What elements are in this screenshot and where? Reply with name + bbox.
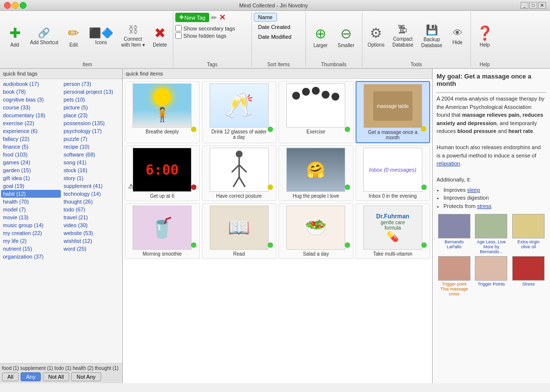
filter-all-button[interactable]: All xyxy=(2,372,19,381)
item-card[interactable]: Dr.Fuhrmangentle careformula💊Take multi-… xyxy=(356,203,431,259)
tag-item[interactable]: health (70) xyxy=(1,198,61,206)
tag-item[interactable]: person (73) xyxy=(62,80,122,88)
compact-db-button[interactable]: 🗜 CompactDatabase xyxy=(389,22,417,51)
tag-item[interactable]: gift idea (1) xyxy=(1,174,61,182)
new-tag-button[interactable]: ✚ New Tag xyxy=(175,13,210,22)
tag-item[interactable]: course (33) xyxy=(1,104,61,111)
tag-item[interactable]: puzzle (7) xyxy=(62,135,122,143)
show-secondary-checkbox-row[interactable]: Show secondary tags xyxy=(175,25,235,31)
tag-item[interactable]: nutrient (15) xyxy=(1,245,61,253)
tag-item[interactable]: games (24) xyxy=(1,158,61,166)
tag-item[interactable]: psychology (17) xyxy=(62,127,122,135)
tag-item[interactable]: organization (37) xyxy=(1,253,121,261)
tag-item[interactable]: goal (19) xyxy=(1,182,61,190)
tag-item[interactable]: pets (10) xyxy=(62,96,122,104)
related-item[interactable]: Age Less, Live More by Bernando... xyxy=(474,214,509,254)
tag-item[interactable]: book (78) xyxy=(1,88,61,96)
sort-name-button[interactable]: Name xyxy=(254,13,277,22)
tag-item[interactable]: food (103) xyxy=(1,151,61,158)
tag-item[interactable]: garden (15) xyxy=(1,166,61,174)
related-item[interactable]: Stress xyxy=(511,256,546,296)
tag-item[interactable]: word (25) xyxy=(62,245,122,253)
smaller-button[interactable]: ⊖ Smaller xyxy=(334,23,358,51)
related-label: Stress xyxy=(522,282,535,287)
tag-item[interactable]: wishlist (12) xyxy=(62,237,122,245)
item-card[interactable]: Have correct posture xyxy=(202,145,277,201)
sort-date-modified-button[interactable]: Date Modified xyxy=(254,32,296,41)
tag-item[interactable]: story (1) xyxy=(62,174,122,182)
add-shortcut-button[interactable]: 🔗 Add Shortcut xyxy=(27,25,62,48)
larger-button[interactable]: ⊕ Larger xyxy=(310,23,331,51)
filter-not-all-button[interactable]: Not All xyxy=(43,372,69,381)
maximize-btn[interactable]: □ xyxy=(529,2,537,9)
minimize-btn[interactable]: _ xyxy=(521,2,528,9)
tag-item[interactable]: finance (5) xyxy=(1,143,61,151)
tag-item[interactable]: software (68) xyxy=(62,151,122,158)
related-item[interactable]: Trigger Points xyxy=(474,256,509,296)
related-item[interactable]: Bernando LaPallo xyxy=(437,214,472,254)
related-item[interactable]: Trigger point Thai massage cross xyxy=(437,256,472,296)
tag-item[interactable]: website (53) xyxy=(62,229,122,237)
tag-item[interactable]: stock (16) xyxy=(62,166,122,174)
delete-tag-icon[interactable]: ✕ xyxy=(219,13,225,22)
tag-row: goal (19)supplement (41) xyxy=(1,182,121,190)
tag-item[interactable]: todo (67) xyxy=(62,206,122,213)
sort-date-created-button[interactable]: Date Created xyxy=(254,23,295,31)
show-hidden-checkbox[interactable] xyxy=(175,32,182,39)
tag-item[interactable]: video (30) xyxy=(62,221,122,229)
show-secondary-checkbox[interactable] xyxy=(175,25,182,31)
item-card[interactable]: 🥗Salad a day xyxy=(278,203,354,259)
filter-not-any-button[interactable]: Not Any xyxy=(71,372,101,381)
tag-item[interactable]: place (23) xyxy=(62,111,122,119)
tag-item[interactable]: audiobook (17) xyxy=(1,80,61,88)
tag-item[interactable]: thought (26) xyxy=(62,198,122,206)
tag-item[interactable]: music group (14) xyxy=(1,221,61,229)
tag-item[interactable]: cognitive bias (3) xyxy=(1,96,61,104)
item-card[interactable]: Exercise xyxy=(278,81,354,143)
item-card[interactable]: massage tableGet a massage once a month xyxy=(356,81,431,143)
help-button[interactable]: ❓ Help xyxy=(473,23,497,50)
tag-item[interactable]: picture (5) xyxy=(62,104,122,111)
sleep-link[interactable]: sleep xyxy=(467,187,480,193)
hide-button[interactable]: 👁 Hide xyxy=(447,25,468,48)
options-button[interactable]: ⚙ Options xyxy=(364,23,388,50)
item-card[interactable]: 🤗Hug the people I love xyxy=(278,145,354,201)
tag-item[interactable]: habit (12) xyxy=(1,190,61,198)
item-card[interactable]: Inbox (0 messages)Inbox 0 in the evening xyxy=(356,145,431,201)
tag-item[interactable]: model (7) xyxy=(1,206,61,213)
stress-link[interactable]: stress xyxy=(477,203,491,209)
tag-item[interactable]: exercise (22) xyxy=(1,119,61,127)
related-item[interactable]: Extra virgin olive oil xyxy=(511,214,546,254)
edit-tag-icon[interactable]: ✏ xyxy=(211,14,217,22)
tag-item[interactable]: possession (135) xyxy=(62,119,122,127)
relaxation-link[interactable]: relaxation xyxy=(437,160,460,166)
item-card[interactable]: 6:00Get up at 6⚠ xyxy=(125,145,200,201)
close-btn[interactable]: ✕ xyxy=(538,2,546,9)
tag-item[interactable]: song (41) xyxy=(62,158,122,166)
connect-button[interactable]: ⛓ Connectwith Item ▾ xyxy=(118,22,148,51)
item-card[interactable]: 🥤Morning smoothie xyxy=(125,203,200,259)
icons-icon: ⬛🔷 xyxy=(89,27,113,39)
backup-db-button[interactable]: 💾 BackupDatabase xyxy=(418,22,446,51)
tag-item[interactable]: supplement (41) xyxy=(62,182,122,190)
item-card[interactable]: 🧍Breathe deeply xyxy=(125,81,200,143)
show-hidden-checkbox-row[interactable]: Show hidden tags xyxy=(175,32,226,39)
tag-item[interactable]: my creation (22) xyxy=(1,229,61,237)
tag-item[interactable]: personal project (13) xyxy=(62,88,122,96)
tag-item[interactable]: fallacy (22) xyxy=(1,135,61,143)
item-card[interactable]: 📖Read xyxy=(202,203,277,259)
item-label: Get a massage once a month xyxy=(363,130,422,140)
item-card[interactable]: 🥂Drink 12 glasses of water a day xyxy=(202,81,277,143)
tag-item[interactable]: my life (2) xyxy=(1,237,61,245)
tag-item[interactable]: movie (13) xyxy=(1,213,61,221)
add-button[interactable]: ✚ Add xyxy=(4,23,26,50)
delete-button[interactable]: ✖ Delete xyxy=(149,23,171,50)
tag-item[interactable]: recipe (10) xyxy=(62,143,122,151)
filter-any-button[interactable]: Any xyxy=(21,372,41,381)
tag-item[interactable]: technology (14) xyxy=(62,190,122,198)
tag-item[interactable]: documentary (18) xyxy=(1,111,61,119)
tag-item[interactable]: travel (21) xyxy=(62,213,122,221)
edit-button[interactable]: ✏ Edit xyxy=(63,23,84,50)
icons-button[interactable]: ⬛🔷 Icons xyxy=(85,25,117,48)
tag-item[interactable]: experience (6) xyxy=(1,127,61,135)
